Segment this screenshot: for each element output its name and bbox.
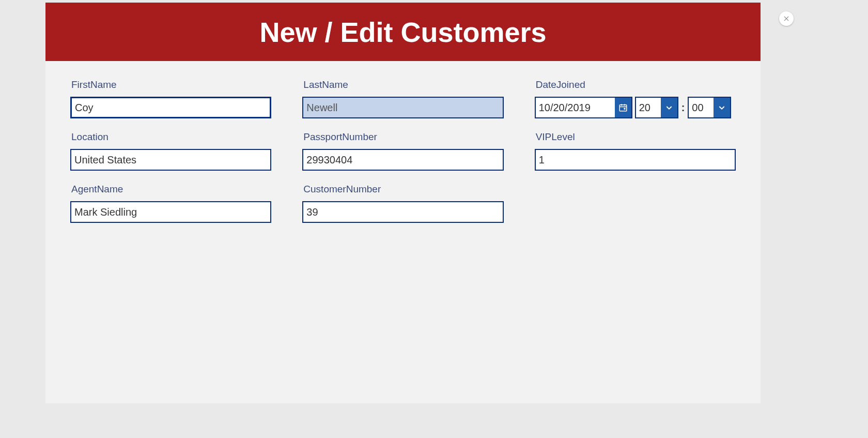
dialog-title: New / Edit Customers	[259, 16, 546, 48]
dialog-header: New / Edit Customers	[45, 3, 761, 61]
location-label: Location	[70, 131, 271, 143]
customer-dialog: New / Edit Customers FirstName LastName …	[45, 3, 761, 403]
field-viplevel: VIPLevel	[535, 131, 736, 171]
viplevel-label: VIPLevel	[535, 131, 736, 143]
svg-rect-4	[624, 108, 625, 110]
date-picker	[535, 97, 632, 118]
calendar-icon	[618, 103, 628, 112]
date-input[interactable]	[536, 98, 615, 117]
firstname-input[interactable]	[70, 97, 271, 118]
customernumber-label: CustomerNumber	[302, 184, 503, 195]
datejoined-row: 20 : 00	[535, 97, 736, 118]
field-location: Location	[70, 131, 271, 171]
minute-dropdown-button[interactable]	[714, 98, 730, 117]
field-agentname: AgentName	[70, 184, 271, 223]
calendar-button[interactable]	[615, 98, 631, 117]
firstname-label: FirstName	[70, 79, 271, 90]
svg-rect-0	[619, 105, 627, 111]
passportnumber-label: PassportNumber	[302, 131, 503, 143]
datejoined-label: DateJoined	[535, 79, 736, 90]
customernumber-input[interactable]	[302, 201, 503, 223]
field-passportnumber: PassportNumber	[302, 131, 503, 171]
field-datejoined: DateJoined 20	[535, 79, 736, 118]
viplevel-input[interactable]	[535, 149, 736, 171]
minute-select[interactable]: 00	[688, 97, 731, 118]
empty-cell	[535, 184, 736, 223]
field-lastname: LastName	[302, 79, 503, 118]
agentname-input[interactable]	[70, 201, 271, 223]
close-button[interactable]	[779, 11, 794, 26]
field-customernumber: CustomerNumber	[302, 184, 503, 223]
chevron-down-icon	[718, 103, 726, 112]
field-firstname: FirstName	[70, 79, 271, 118]
minute-value: 00	[689, 98, 714, 117]
close-icon	[783, 15, 790, 22]
time-separator: :	[681, 102, 685, 114]
hour-dropdown-button[interactable]	[661, 98, 677, 117]
agentname-label: AgentName	[70, 184, 271, 195]
hour-value: 20	[636, 98, 661, 117]
hour-select[interactable]: 20	[635, 97, 678, 118]
lastname-label: LastName	[302, 79, 503, 90]
form-body: FirstName LastName DateJoined	[45, 61, 761, 223]
passportnumber-input[interactable]	[302, 149, 503, 171]
lastname-input[interactable]	[302, 97, 503, 118]
chevron-down-icon	[665, 103, 673, 112]
location-input[interactable]	[70, 149, 271, 171]
